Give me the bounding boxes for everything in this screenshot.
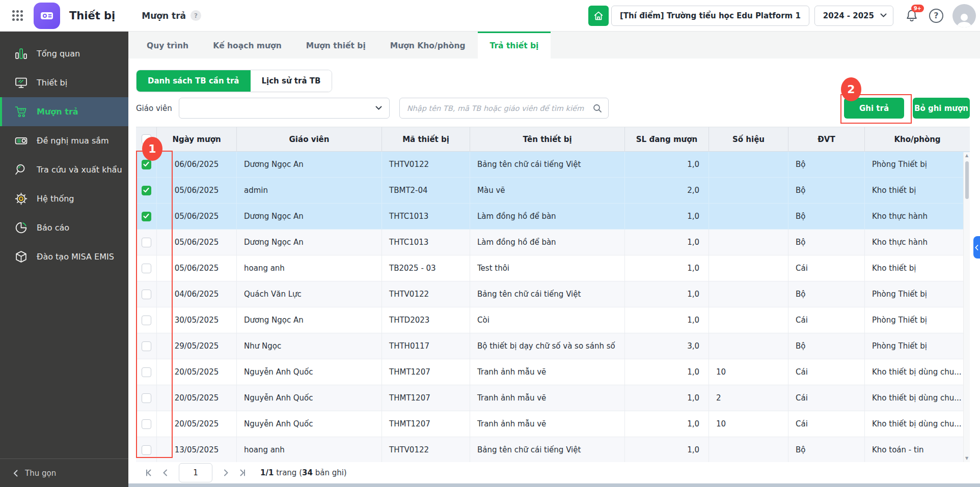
subtab-danh-sach-tb-can-tra[interactable]: Danh sách TB cần trả [137, 70, 251, 92]
table-vertical-scrollbar[interactable]: ▲ ▼ [963, 152, 970, 462]
cell-borrow-date: 05/06/2025 [157, 178, 237, 204]
table-row[interactable]: 20/05/2025Nguyễn Anh QuốcTHMT1207Tranh ả… [136, 359, 970, 385]
sidebar-item-he-thong[interactable]: Hệ thống [0, 184, 128, 213]
cell-quantity: 1,0 [625, 437, 709, 462]
sidebar-item-ao-tao-misa-emis[interactable]: Đào tạo MISA EMIS [0, 242, 128, 271]
first-page-button[interactable] [142, 465, 157, 480]
search-input[interactable] [407, 104, 593, 112]
column-header-ngay-muon[interactable]: Ngày mượn [157, 127, 237, 152]
cell-room: Phòng Thiết bị [865, 281, 970, 307]
cell-device-name: Test thôi [470, 255, 625, 281]
help-button[interactable]: ? [929, 9, 943, 23]
cell-device-code: THMT1207 [382, 411, 470, 437]
table-row[interactable]: 13/05/2025hoang anhTHTV0122Bảng tên chữ … [136, 437, 970, 462]
cell-serial [709, 307, 788, 333]
sidebar-collapse-button[interactable]: Thu gọn [0, 459, 128, 487]
school-year-select[interactable]: 2024 - 2025 [814, 6, 893, 26]
panel-collapse-handle[interactable] [973, 236, 980, 259]
cell-unit: Bộ [788, 178, 865, 204]
sidebar-item-tra-cuu-va-xuat-khau[interactable]: Tra cứu và xuất khẩu [0, 155, 128, 184]
column-header-ma-thiet-bi[interactable]: Mã thiết bị [382, 127, 470, 152]
sidebar-item-muon-tra[interactable]: Mượn trả [0, 97, 128, 126]
school-selector[interactable]: [Thí điểm] Trường tiểu học Edu Platform … [588, 6, 809, 26]
prev-page-button[interactable] [157, 465, 173, 480]
cell-room: Phòng Thiết bị [865, 333, 970, 359]
table-row[interactable]: 06/06/2025Dương Ngọc AnTHTV0122Bảng tên … [136, 152, 970, 178]
remove-borrow-button[interactable]: Bỏ ghi mượn [913, 98, 970, 119]
table-body: 06/06/2025Dương Ngọc AnTHTV0122Bảng tên … [136, 152, 970, 462]
tab-muon-thiet-bi[interactable]: Mượn thiết bị [294, 32, 378, 59]
cell-teacher: Nguyễn Anh Quốc [237, 359, 382, 385]
tab-ke-hoach-muon[interactable]: Kế hoạch mượn [201, 32, 294, 59]
table-header: Ngày mượnGiáo viênMã thiết bịTên thiết b… [136, 127, 970, 152]
scroll-up-icon[interactable]: ▲ [965, 152, 968, 159]
cell-borrow-date: 20/05/2025 [157, 359, 237, 385]
row-checkbox[interactable] [142, 212, 151, 221]
cube-icon [14, 250, 28, 264]
subtab-lich-su-tra-tb[interactable]: Lịch sử trả TB [251, 70, 332, 92]
tab-muon-kho-phong[interactable]: Mượn Kho/phòng [378, 32, 478, 59]
sidebar-collapse-label: Thu gọn [25, 469, 56, 478]
table-row[interactable]: 05/06/2025Dương Ngọc AnTHTC1013Làm đồng … [136, 230, 970, 255]
next-page-button[interactable] [219, 465, 234, 480]
row-checkbox[interactable] [142, 160, 151, 169]
cell-teacher: Dương Ngọc An [237, 152, 382, 178]
scroll-down-icon[interactable]: ▼ [965, 455, 968, 462]
row-checkbox[interactable] [142, 341, 151, 351]
column-header-sl-ang-muon[interactable]: SL đang mượn [625, 127, 709, 152]
row-checkbox[interactable] [142, 445, 151, 455]
avatar[interactable] [952, 4, 976, 27]
cell-device-code: THTV0122 [382, 281, 470, 307]
school-name[interactable]: [Thí điểm] Trường tiểu học Edu Platform … [611, 6, 809, 26]
table-row[interactable]: 29/05/2025Như NgọcTHTH0117Bộ thiết bị dạ… [136, 333, 970, 359]
table-row[interactable]: 20/05/2025Nguyễn Anh QuốcTHMT1207Tranh ả… [136, 385, 970, 411]
page-help-icon[interactable]: ? [190, 10, 201, 21]
sidebar-item-e-nghi-mua-sam[interactable]: Đề nghị mua sắm [0, 126, 128, 155]
cell-teacher: Như Ngọc [237, 333, 382, 359]
table-row[interactable]: 04/06/2025Quách Văn LựcTHTV0122Bảng tên … [136, 281, 970, 307]
row-checkbox[interactable] [142, 367, 151, 377]
tab-tra-thiet-bi[interactable]: Trả thiết bị [478, 32, 551, 59]
cell-borrow-date: 29/05/2025 [157, 333, 237, 359]
sidebar-item-label: Thiết bị [37, 78, 67, 88]
column-header-so-hieu[interactable]: Số hiệu [709, 127, 788, 152]
row-checkbox[interactable] [142, 419, 151, 429]
cell-quantity: 2,0 [625, 178, 709, 204]
row-checkbox[interactable] [142, 290, 151, 299]
row-checkbox-cell [136, 437, 157, 462]
table-row[interactable]: 05/06/2025Dương Ngọc AnTHTC1013Làm đồng … [136, 204, 970, 230]
row-checkbox[interactable] [142, 238, 151, 247]
cell-quantity: 1,0 [625, 204, 709, 230]
scrollbar-thumb[interactable] [965, 161, 969, 199]
last-page-button[interactable] [234, 465, 249, 480]
table-row[interactable]: 20/05/2025Nguyễn Anh QuốcTHMT1207Tranh ả… [136, 411, 970, 437]
gear-icon [14, 192, 28, 206]
table-row[interactable]: 30/05/2025Dương Ngọc AnTHTD2023Còi1,0Cái… [136, 307, 970, 333]
cell-device-name: Còi [470, 307, 625, 333]
table-row[interactable]: 05/06/2025hoang anhTB2025 - 03Test thôi1… [136, 255, 970, 281]
row-checkbox[interactable] [142, 264, 151, 273]
column-header-vt[interactable]: ĐVT [788, 127, 865, 152]
app-switcher-button[interactable] [8, 7, 26, 25]
sidebar-item-bao-cao[interactable]: Báo cáo [0, 213, 128, 242]
cell-borrow-date: 05/06/2025 [157, 230, 237, 255]
search-icon[interactable] [593, 104, 602, 113]
column-header-ten-thiet-bi[interactable]: Tên thiết bị [470, 127, 625, 152]
annotation-step-2: 2 [841, 77, 861, 101]
tab-quy-trinh[interactable]: Quy trình [134, 32, 201, 59]
teacher-select[interactable] [179, 98, 390, 119]
notifications-button[interactable]: 9+ [905, 8, 919, 23]
row-checkbox[interactable] [142, 186, 151, 195]
sidebar-item-thiet-bi[interactable]: Thiết bị [0, 68, 128, 97]
content: Danh sách TB cần trảLịch sử trả TB Giáo … [128, 59, 980, 487]
row-checkbox[interactable] [142, 316, 151, 325]
column-header-kho-phong[interactable]: Kho/phòng [865, 127, 970, 152]
current-page-input[interactable]: 1 [179, 463, 212, 482]
table-row[interactable]: 05/06/2025adminTBMT2-04Màu vẽ2,0BộKho th… [136, 178, 970, 204]
horizontal-scrollbar[interactable] [128, 483, 980, 487]
sidebar-item-tong-quan[interactable]: Tổng quan [0, 39, 128, 68]
row-checkbox[interactable] [142, 393, 151, 403]
row-checkbox-cell [136, 255, 157, 281]
cell-unit: Cái [788, 359, 865, 385]
column-header-giao-vien[interactable]: Giáo viên [237, 127, 382, 152]
